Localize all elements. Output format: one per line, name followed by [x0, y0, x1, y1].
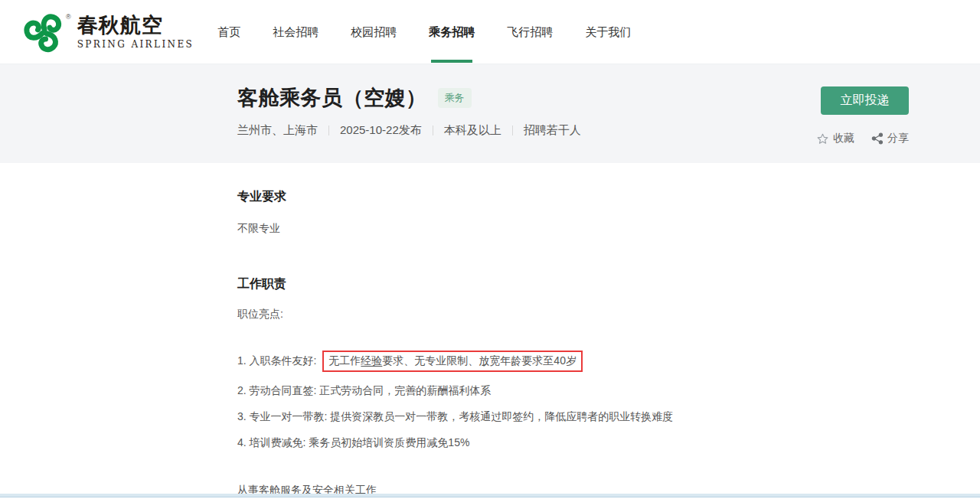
major-requirement-text: 不限专业 [237, 222, 980, 236]
share-label: 分享 [887, 132, 909, 145]
nav-item-about-us[interactable]: 关于我们 [569, 0, 647, 64]
highlight-item-3: 3. 专业一对一带教: 提供资深教员一对一带教，考核通过即签约，降低应聘者的职业… [237, 410, 980, 424]
favorite-label: 收藏 [833, 132, 854, 145]
nav-item-pilot-recruitment[interactable]: 飞行招聘 [491, 0, 569, 64]
job-highlights-list: 1. 入职条件友好: 无工作经验要求、无专业限制、放宽年龄要求至40岁 2. 劳… [237, 351, 980, 450]
job-meta-row: 兰州市、上海市 2025-10-22发布 本科及以上 招聘若干人 [237, 123, 581, 138]
nav-item-home[interactable]: 首页 [201, 0, 256, 64]
job-locations: 兰州市、上海市 [237, 123, 318, 138]
job-detail-page: ® 春秋航空 SPRING AIRLINES 首页 社会招聘 校园招聘 乘务招聘… [0, 0, 980, 499]
job-category-badge: 乘务 [438, 88, 472, 108]
boxed-text-pre: 无工作 [328, 354, 361, 367]
brand-name-cn: 春秋航空 [77, 14, 194, 37]
highlight-item-4: 4. 培训费减免: 乘务员初始培训资质费用减免15% [237, 436, 980, 450]
job-summary-left: 客舱乘务员（空嫂） 乘务 兰州市、上海市 2025-10-22发布 本科及以上 … [237, 64, 581, 163]
triskelion-logo-icon [21, 10, 67, 54]
job-detail-content: 专业要求 不限专业 工作职责 职位亮点: 1. 入职条件友好: 无工作经验要求、… [0, 189, 980, 497]
job-summary-banner: 客舱乘务员（空嫂） 乘务 兰州市、上海市 2025-10-22发布 本科及以上 … [0, 64, 980, 163]
logo-wordmark: 春秋航空 SPRING AIRLINES [77, 14, 194, 50]
nav-item-campus-recruitment[interactable]: 校园招聘 [335, 0, 413, 64]
top-navigation-bar: ® 春秋航空 SPRING AIRLINES 首页 社会招聘 校园招聘 乘务招聘… [0, 0, 980, 64]
favorite-button[interactable]: 收藏 [816, 132, 854, 145]
meta-divider [512, 126, 513, 135]
section-heading-major-requirement: 专业要求 [237, 189, 980, 205]
highlighted-red-box: 无工作经验要求、无专业限制、放宽年龄要求至40岁 [322, 351, 583, 372]
brand-name-en: SPRING AIRLINES [77, 39, 194, 50]
section-heading-job-duties: 工作职责 [237, 276, 980, 292]
highlight-item-1: 1. 入职条件友好: 无工作经验要求、无专业限制、放宽年龄要求至40岁 [237, 351, 980, 372]
meta-divider [328, 126, 329, 135]
job-education-requirement: 本科及以上 [444, 123, 501, 138]
job-headcount: 招聘若干人 [524, 123, 581, 138]
main-nav: 首页 社会招聘 校园招聘 乘务招聘 飞行招聘 关于我们 [201, 0, 647, 64]
share-button[interactable]: 分享 [871, 132, 909, 145]
job-summary-actions: 立即投递 收藏 [816, 64, 909, 163]
next-section-top-edge [0, 494, 980, 497]
share-icon [871, 132, 884, 145]
meta-divider [433, 126, 433, 135]
boxed-text-post: 要求、无专业限制、放宽年龄要求至40岁 [382, 354, 577, 367]
spring-airlines-logo[interactable]: ® 春秋航空 SPRING AIRLINES [21, 10, 194, 54]
job-publish-date: 2025-10-22发布 [340, 123, 422, 138]
nav-item-cabin-crew-recruitment[interactable]: 乘务招聘 [413, 0, 491, 64]
registered-trademark: ® [66, 13, 71, 21]
star-icon [816, 132, 829, 145]
highlight-1-prefix: 1. 入职条件友好: [237, 354, 316, 367]
apply-now-button[interactable]: 立即投递 [821, 86, 909, 115]
job-title: 客舱乘务员（空嫂） [237, 84, 427, 112]
boxed-text-underlined: 经验 [361, 354, 382, 367]
highlight-item-2: 2. 劳动合同直签: 正式劳动合同，完善的薪酬福利体系 [237, 384, 980, 398]
job-highlights-intro: 职位亮点: [237, 308, 980, 321]
nav-item-social-recruitment[interactable]: 社会招聘 [256, 0, 335, 64]
